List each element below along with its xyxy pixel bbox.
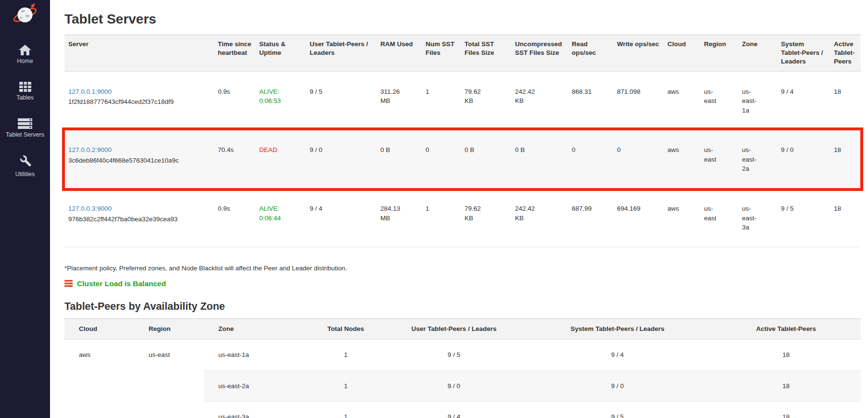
user-peers-cell: 9 / 0: [306, 130, 377, 189]
active-peers-cell: 18: [711, 339, 861, 370]
cloud-cell: aws: [664, 130, 700, 189]
sidebar-item-tablet-servers[interactable]: Tablet Servers: [0, 118, 50, 139]
sidebar-item-home[interactable]: Home: [0, 44, 50, 65]
region-cell: us-east: [134, 339, 204, 418]
cluster-load-status: Cluster Load is Balanced: [64, 279, 861, 288]
yugabyte-logo[interactable]: [13, 3, 37, 28]
system-peers-cell: 9 / 0: [777, 130, 830, 189]
active-peers-cell: 18: [711, 370, 861, 402]
servers-table-header-row: Server Time since heartbeat Status & Upt…: [64, 35, 861, 72]
col-status: Status & Uptime: [255, 35, 306, 72]
sidebar: Home Tables Tablet Servers: [0, 0, 50, 418]
zone-cell: us-east-3a: [204, 402, 307, 418]
tables-grid-icon: [19, 81, 32, 92]
heartbeat-cell: 0.9s: [214, 71, 255, 130]
cluster-balance-icon: [64, 280, 73, 287]
read-ops-cell: 0: [568, 130, 613, 189]
system-peers-cell: 9 / 0: [524, 370, 711, 402]
total-nodes-cell: 1: [307, 370, 384, 402]
tablet-servers-table: Server Time since heartbeat Status & Upt…: [64, 35, 861, 247]
system-peers-cell: 9 / 5: [524, 402, 711, 418]
region-cell: us-east: [700, 189, 738, 247]
sidebar-item-label: Utilities: [15, 171, 35, 178]
main-content: Tablet Servers Server Time since heartbe…: [50, 0, 868, 418]
total-sst-cell: 0 B: [461, 130, 511, 189]
num-sst-cell: 1: [422, 71, 461, 130]
sidebar-item-utilities[interactable]: Utilities: [0, 154, 50, 178]
sidebar-item-tables[interactable]: Tables: [0, 81, 50, 101]
col-system-peers: System Tablet-Peers / Leaders: [524, 318, 711, 339]
active-peers-cell: 18: [830, 189, 861, 247]
server-address-link[interactable]: 127.0.0.1:9000: [68, 87, 210, 97]
read-ops-cell: 687.99: [568, 189, 613, 247]
status-cell: ALIVE: 0:06:53: [255, 71, 306, 130]
server-uuid: 3c6deb86f40c4f668e5763041ce10a9c: [68, 156, 210, 165]
sidebar-item-label: Home: [17, 58, 33, 65]
col-system-peers: System Tablet-Peers / Leaders: [777, 35, 830, 72]
col-active-peers: Active Tablet-Peers: [711, 318, 861, 339]
uncompressed-sst-cell: 242.42 KB: [511, 189, 568, 247]
col-num-sst: Num SST Files: [422, 35, 461, 72]
total-nodes-cell: 1: [307, 339, 384, 370]
user-peers-cell: 9 / 5: [306, 71, 377, 130]
system-peers-cell: 9 / 5: [777, 189, 830, 247]
zone-cell: us-east-1a: [204, 339, 307, 370]
col-active-peers: Active Tablet-Peers: [830, 35, 861, 72]
uncompressed-sst-cell: 0 B: [511, 130, 568, 189]
col-user-peers: User Tablet-Peers / Leaders: [306, 35, 377, 72]
read-ops-cell: 868.31: [568, 71, 613, 130]
status-cell: DEAD: [255, 130, 306, 189]
server-address-link[interactable]: 127.0.0.2:9000: [68, 145, 210, 155]
server-row-127-0-0-3: 127.0.0.3:9000 976b382c2ff442f7ba0bea32e…: [64, 189, 861, 247]
cloud-cell: aws: [664, 189, 700, 247]
col-total-nodes: Total Nodes: [307, 318, 384, 339]
tablet-peers-by-zone-table: Cloud Region Zone Total Nodes User Table…: [64, 318, 861, 418]
zone-cell: us-east-2a: [738, 130, 777, 189]
user-peers-cell: 9 / 0: [384, 370, 524, 402]
col-zone: Zone: [204, 318, 307, 339]
status-cell: ALIVE: 0:06:44: [255, 189, 306, 247]
zone-cell: us-east-2a: [204, 370, 307, 402]
system-peers-cell: 9 / 4: [777, 71, 830, 130]
col-write-ops: Write ops/sec: [613, 35, 664, 72]
user-peers-cell: 9 / 4: [306, 189, 377, 247]
home-icon: [18, 44, 32, 56]
uncompressed-sst-cell: 242.42 KB: [511, 71, 568, 130]
col-user-peers: User Tablet-Peers / Leaders: [384, 318, 524, 339]
write-ops-cell: 694.169: [613, 189, 664, 247]
ram-cell: 284.13 MB: [377, 189, 422, 247]
write-ops-cell: 871.098: [613, 71, 664, 130]
num-sst-cell: 0: [422, 130, 461, 189]
active-peers-cell: 18: [711, 402, 861, 418]
sidebar-item-label: Tablet Servers: [6, 132, 44, 139]
ram-cell: 311.26 MB: [377, 71, 422, 130]
server-row-127-0-0-2-highlighted: 127.0.0.2:9000 3c6deb86f40c4f668e5763041…: [64, 130, 861, 189]
zone-cell: us-east-1a: [738, 71, 777, 130]
col-zone: Zone: [738, 35, 777, 72]
cluster-status-label: Cluster Load is Balanced: [77, 279, 166, 288]
planet-rocket-logo-icon: [13, 3, 37, 26]
zones-table-header-row: Cloud Region Zone Total Nodes User Table…: [64, 318, 861, 339]
col-region: Region: [700, 35, 738, 72]
server-row-127-0-0-1: 127.0.0.1:9000 1f2fd188777643cf944ced2f3…: [64, 71, 861, 130]
server-stack-icon: [17, 118, 33, 129]
total-sst-cell: 79.62 KB: [461, 189, 511, 247]
zone-row-us-east-1a: aws us-east us-east-1a 1 9 / 5 9 / 4 18: [64, 339, 861, 370]
zones-section-title: Tablet-Peers by Availability Zone: [64, 301, 861, 313]
user-peers-cell: 9 / 4: [384, 402, 524, 418]
num-sst-cell: 1: [422, 189, 461, 247]
user-peers-cell: 9 / 5: [384, 339, 524, 370]
total-sst-cell: 79.62 KB: [461, 71, 511, 130]
total-nodes-cell: 1: [307, 402, 384, 418]
sidebar-item-label: Tables: [16, 95, 34, 101]
cloud-cell: aws: [64, 339, 134, 418]
heartbeat-cell: 70.4s: [214, 130, 255, 189]
write-ops-cell: 0: [613, 130, 664, 189]
col-heartbeat: Time since heartbeat: [214, 35, 255, 72]
server-address-link[interactable]: 127.0.0.3:9000: [68, 204, 210, 214]
col-server: Server: [64, 35, 214, 72]
col-region: Region: [134, 318, 204, 339]
page-title: Tablet Servers: [64, 12, 861, 27]
region-cell: us-east: [700, 71, 738, 130]
heartbeat-cell: 0.9s: [214, 189, 255, 247]
